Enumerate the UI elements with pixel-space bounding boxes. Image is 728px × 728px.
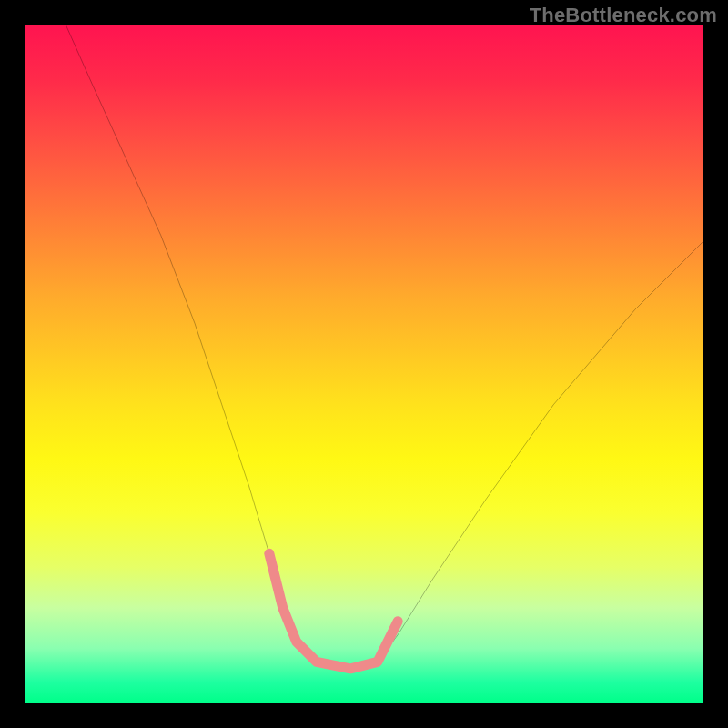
chart-container: TheBottleneck.com [0,0,728,728]
watermark-label: TheBottleneck.com [530,4,717,27]
plot-area [25,25,703,703]
curve-layer [25,25,703,703]
bottleneck-curve-path [66,25,703,669]
highlight-segment-path [269,553,398,668]
